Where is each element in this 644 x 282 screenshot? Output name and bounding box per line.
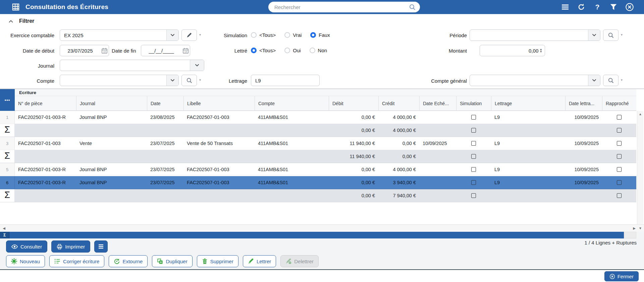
delettrer-button[interactable]: Delettrer: [280, 255, 319, 267]
search-bar[interactable]: [268, 2, 420, 12]
column-header[interactable]: Compte: [255, 96, 329, 111]
cell-date-lettrage: 10/09/2025: [565, 163, 602, 176]
sum-row[interactable]: Σ 0,00 € 7 940,00 €: [0, 189, 636, 202]
lettrer-button[interactable]: Lettrer: [243, 255, 276, 267]
spinner-down-icon[interactable]: ▼: [540, 51, 542, 53]
rapproche-checkbox[interactable]: [617, 180, 622, 185]
simulation-checkbox[interactable]: [471, 141, 476, 146]
simulation-checkbox[interactable]: [471, 115, 476, 120]
column-header[interactable]: Rapproché: [602, 96, 636, 111]
column-header[interactable]: Lettrage: [491, 96, 565, 111]
rapproche-checkbox[interactable]: [617, 193, 622, 198]
simulation-checkbox[interactable]: [471, 154, 476, 159]
lettrage-field[interactable]: [251, 75, 320, 86]
supprimer-button[interactable]: Supprimer: [197, 255, 238, 267]
simulation-checkbox[interactable]: [471, 180, 476, 185]
montant-spinner[interactable]: ▲▼: [538, 48, 543, 53]
date-debut-input[interactable]: [60, 48, 100, 54]
column-header[interactable]: Simulation: [456, 96, 491, 111]
group-header: Ecriture: [15, 89, 636, 96]
scroll-up-arrow[interactable]: ▲: [637, 111, 643, 117]
simulation-checkbox[interactable]: [471, 167, 476, 172]
search-input[interactable]: [274, 4, 409, 10]
magnifier-icon: [608, 32, 614, 39]
rapproche-checkbox[interactable]: [617, 141, 622, 146]
nouveau-button[interactable]: Nouveau: [6, 255, 45, 267]
dupliquer-button[interactable]: Dupliquer: [152, 255, 192, 267]
simulation-radio-vrai[interactable]: [284, 32, 290, 38]
help-icon[interactable]: ?: [593, 3, 602, 11]
chevron-down-icon[interactable]: [166, 75, 178, 86]
date-fin-field[interactable]: 15: [141, 45, 190, 56]
compte-combobox[interactable]: [60, 75, 179, 86]
montant-field[interactable]: ▲▼: [480, 45, 545, 56]
table-row-selected[interactable]: 6 FAC202507-01-003-R Journal BNP 23/07/2…: [0, 176, 636, 189]
column-header[interactable]: Journal: [76, 96, 147, 111]
extourne-button[interactable]: Extourne: [109, 255, 148, 267]
vertical-scrollbar[interactable]: ▲: [637, 111, 643, 225]
refresh-icon[interactable]: [577, 3, 586, 11]
periode-search-button[interactable]: [603, 29, 619, 41]
rapproche-checkbox[interactable]: [617, 167, 622, 172]
column-header[interactable]: N° de pièce: [15, 96, 76, 111]
more-actions-button[interactable]: [94, 240, 108, 253]
filter-header[interactable]: Filtrer: [9, 18, 34, 24]
chevron-down-icon[interactable]: [588, 75, 600, 86]
scroll-right-arrow[interactable]: ▶: [631, 225, 637, 231]
scroll-down-arrow[interactable]: ▼: [637, 225, 643, 231]
simulation-checkbox[interactable]: [471, 128, 476, 133]
simulation-checkbox[interactable]: [471, 193, 476, 198]
rapproche-checkbox[interactable]: [617, 154, 622, 159]
column-header[interactable]: Débit: [329, 96, 378, 111]
simulation-radio-tous[interactable]: [251, 32, 257, 38]
consulter-button[interactable]: Consulter: [6, 240, 47, 253]
date-debut-field[interactable]: 15: [60, 45, 109, 56]
column-header[interactable]: Date lettra...: [565, 96, 602, 111]
lettre-radio-oui[interactable]: [284, 48, 290, 53]
chevron-down-icon[interactable]: [190, 60, 204, 71]
sum-row[interactable]: Σ 11 940,00 € 0,00 €: [0, 150, 636, 163]
cell-simulation: [456, 150, 491, 163]
cell-rapproche: [602, 189, 636, 202]
filter-icon[interactable]: [609, 3, 618, 11]
scroll-left-arrow[interactable]: ◀: [1, 225, 7, 231]
calendar-icon[interactable]: 15: [181, 45, 190, 56]
column-header[interactable]: Date Eché...: [419, 96, 456, 111]
column-header[interactable]: Crédit: [378, 96, 419, 111]
rapproche-checkbox[interactable]: [617, 128, 622, 133]
exercice-combobox[interactable]: EX 2025: [60, 29, 179, 41]
lettre-radio-non[interactable]: [310, 48, 315, 53]
periode-combobox[interactable]: [470, 29, 600, 41]
close-icon[interactable]: [625, 3, 634, 11]
table-row[interactable]: 5 FAC202507-01-003-R Journal BNP 23/07/2…: [0, 163, 636, 176]
calendar-icon[interactable]: 15: [100, 45, 109, 56]
lettrage-input[interactable]: [255, 78, 319, 83]
unletter-icon: [285, 258, 291, 264]
corriger-ecriture-button[interactable]: Corriger écriture: [49, 255, 104, 267]
simulation-radio-faux[interactable]: [310, 32, 316, 38]
column-header[interactable]: Date: [147, 96, 183, 111]
journal-combobox[interactable]: [60, 60, 204, 71]
montant-input[interactable]: [480, 48, 538, 54]
compte-general-search-button[interactable]: [603, 75, 619, 86]
column-header[interactable]: Libelle: [183, 96, 255, 111]
nouveau-label: Nouveau: [20, 259, 40, 264]
rapproche-checkbox[interactable]: [617, 115, 622, 120]
fermer-button[interactable]: Fermer: [604, 271, 639, 281]
table-row[interactable]: 1 FAC202507-01-003-R Journal BNP 23/08/2…: [0, 111, 636, 124]
compte-general-combobox[interactable]: [470, 75, 600, 86]
search-icon[interactable]: [409, 4, 416, 11]
collapse-icon[interactable]: [9, 20, 13, 23]
lettre-radio-tous[interactable]: [251, 48, 257, 53]
cell-compte: 411AMB&S01: [255, 176, 329, 189]
date-fin-input[interactable]: [141, 48, 181, 54]
periode-search-dropdown-arrow[interactable]: ▾: [621, 33, 623, 37]
table-row[interactable]: 3 FAC202507-01-003 Vente 23/07/2025 Vent…: [0, 137, 636, 150]
imprimer-button[interactable]: Imprimer: [51, 240, 90, 253]
menu-icon[interactable]: [561, 3, 570, 11]
horizontal-scrollbar[interactable]: ◀ ▶ ▼: [0, 224, 644, 232]
compte-general-search-dropdown-arrow[interactable]: ▾: [621, 78, 623, 82]
sum-row[interactable]: Σ 0,00 € 4 000,00 €: [0, 124, 636, 137]
chevron-down-icon[interactable]: [588, 30, 600, 41]
chevron-down-icon[interactable]: [166, 30, 178, 41]
